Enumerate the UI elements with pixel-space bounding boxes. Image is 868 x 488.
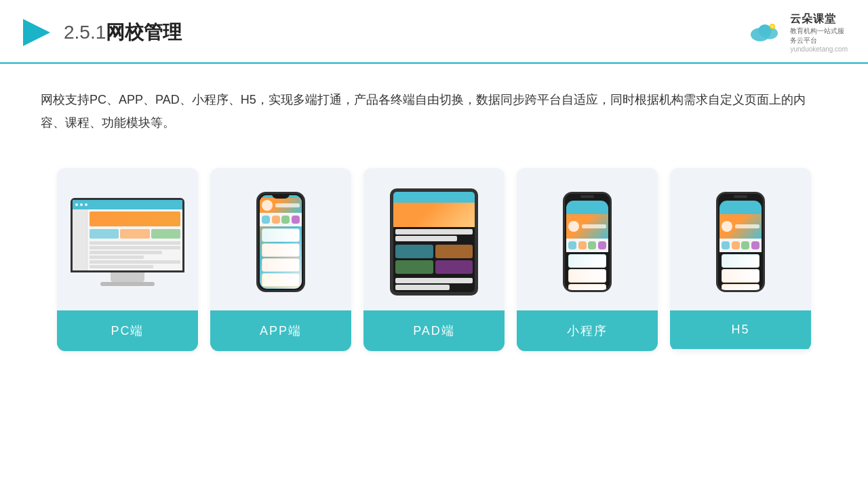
cloud-icon: [747, 20, 783, 45]
card-app[interactable]: APP端: [210, 168, 351, 351]
svg-point-5: [771, 25, 774, 28]
h5-phone: [716, 192, 765, 292]
pad-tablet: [390, 188, 478, 296]
header-left: 2.5.1网校管理: [20, 16, 182, 49]
card-h5[interactable]: H5: [670, 168, 811, 351]
card-pc-image: [57, 168, 198, 310]
miniprogram-phone: [563, 192, 612, 292]
logo-area: 云朵课堂 教育机构一站式服务云平台 yunduoketang.com: [747, 12, 848, 53]
cards-container: PC端: [0, 155, 868, 371]
card-miniprogram[interactable]: 小程序: [517, 168, 658, 351]
svg-point-3: [758, 24, 772, 37]
play-icon: [20, 16, 53, 49]
card-app-label: APP端: [210, 310, 351, 351]
card-pad[interactable]: PAD端: [363, 168, 505, 351]
card-app-image: [210, 168, 351, 310]
page-title: 2.5.1网校管理: [64, 20, 182, 45]
page-header: 2.5.1网校管理 云朵课堂 教育机构一站式服务云平台 yunduoketang…: [0, 0, 868, 64]
svg-marker-0: [23, 19, 50, 46]
page-title-number: 2.5.1: [64, 22, 106, 43]
card-pc-label: PC端: [57, 310, 198, 351]
pad-tablet-wrapper: [390, 188, 478, 296]
description-area: 网校支持PC、APP、PAD、小程序、H5，实现多端打通，产品各终端自由切换，数…: [0, 64, 868, 148]
logo-right-text: 云朵课堂 教育机构一站式服务云平台 yunduoketang.com: [790, 12, 848, 53]
card-miniprogram-label: 小程序: [517, 310, 658, 351]
app-phone: [256, 192, 305, 292]
card-pc[interactable]: PC端: [57, 168, 198, 351]
logo-domain: yunduoketang.com: [790, 45, 848, 53]
card-pad-label: PAD端: [363, 310, 505, 351]
card-h5-label: H5: [670, 310, 811, 349]
logo-name: 云朵课堂: [790, 12, 836, 26]
card-h5-image: [670, 168, 811, 310]
description-text: 网校支持PC、APP、PAD、小程序、H5，实现多端打通，产品各终端自由切换，数…: [41, 88, 827, 134]
pc-monitor: [71, 198, 184, 286]
card-pad-image: [363, 168, 505, 310]
card-miniprogram-image: [517, 168, 658, 310]
page-title-text: 网校管理: [106, 22, 182, 43]
logo-icon: 云朵课堂 教育机构一站式服务云平台 yunduoketang.com: [747, 12, 848, 53]
logo-tagline: 教育机构一站式服务云平台: [790, 26, 844, 45]
